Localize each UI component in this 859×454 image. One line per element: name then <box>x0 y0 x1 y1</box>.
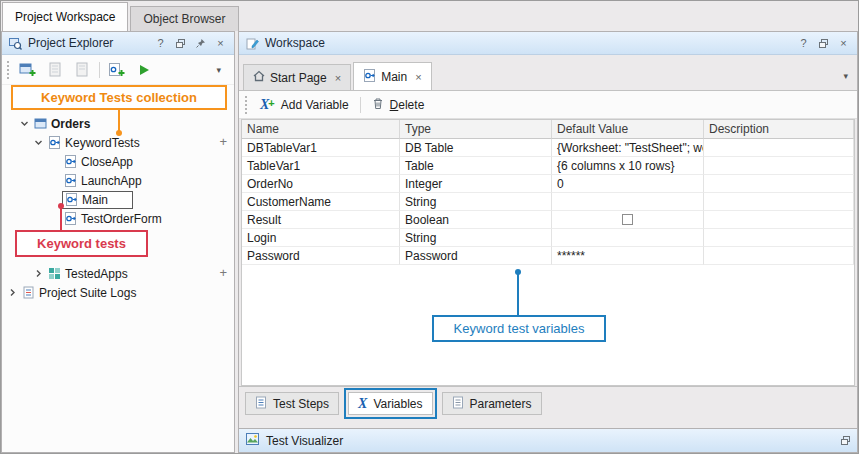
cell-description[interactable] <box>704 175 854 193</box>
tab-main[interactable]: Main × <box>353 62 431 90</box>
cell-name[interactable]: CustomerName <box>242 193 400 211</box>
add-new-item-icon[interactable] <box>18 60 38 80</box>
cell-default-value[interactable] <box>552 193 704 211</box>
table-row[interactable]: Password Password ****** <box>242 247 854 265</box>
callout-variables-tab-highlight: X Variables <box>344 388 436 419</box>
cell-name[interactable]: TableVar1 <box>242 157 400 175</box>
toolbar-overflow-dropdown[interactable]: ▾ <box>216 65 221 75</box>
chevron-right-icon[interactable] <box>4 288 20 297</box>
add-child-button[interactable]: + <box>219 135 227 149</box>
toolbar-separator <box>360 97 361 113</box>
tree-node-closeapp[interactable]: CloseApp <box>2 152 234 171</box>
cell-default-value[interactable] <box>552 211 704 229</box>
tab-object-browser[interactable]: Object Browser <box>130 6 238 31</box>
tab-label: Parameters <box>470 397 532 411</box>
tab-list-dropdown-icon[interactable]: ▾ <box>843 71 848 81</box>
table-row[interactable]: OrderNo Integer 0 <box>242 175 854 193</box>
callout-keyword-test-variables: Keyword test variables <box>432 315 606 342</box>
cell-type[interactable]: Boolean <box>400 211 552 229</box>
boolean-checkbox[interactable] <box>622 214 633 225</box>
tab-test-steps[interactable]: Test Steps <box>245 392 339 415</box>
cell-default-value[interactable]: ****** <box>552 247 704 265</box>
cell-default-value[interactable] <box>552 229 704 247</box>
open-item-icon[interactable] <box>45 60 65 80</box>
variables-grid: Name Type Default Value Description DBTa… <box>241 119 855 386</box>
table-row[interactable]: Result Boolean <box>242 211 854 229</box>
table-row[interactable]: TableVar1 Table {6 columns x 10 rows} <box>242 157 854 175</box>
table-row[interactable]: DBTableVar1 DB Table {Worksheet: "TestSh… <box>242 139 854 157</box>
pin-icon[interactable] <box>193 36 208 51</box>
cell-description[interactable] <box>704 229 854 247</box>
tab-parameters[interactable]: Parameters <box>442 392 542 415</box>
table-row[interactable]: Login String <box>242 229 854 247</box>
callout-red-connector <box>60 207 62 230</box>
table-row[interactable]: CustomerName String <box>242 193 854 211</box>
callout-keyword-tests-collection: Keyword Tests collection <box>11 85 227 110</box>
column-header-default-value[interactable]: Default Value <box>552 120 704 139</box>
cell-name[interactable]: Result <box>242 211 400 229</box>
chevron-down-icon[interactable] <box>16 119 32 128</box>
toolbar-grip[interactable] <box>245 96 249 114</box>
cell-description[interactable] <box>704 139 854 157</box>
delete-button[interactable]: Delete <box>365 94 432 116</box>
tree-node-main[interactable]: Main <box>2 190 234 209</box>
close-icon[interactable]: × <box>213 36 228 51</box>
tree-node-project-suite-logs[interactable]: Project Suite Logs <box>2 283 234 302</box>
tab-project-workspace[interactable]: Project Workspace <box>2 2 128 31</box>
save-item-icon[interactable] <box>72 60 92 80</box>
dock-icon[interactable] <box>841 434 850 448</box>
column-header-description[interactable]: Description <box>704 120 854 139</box>
test-steps-icon <box>255 396 267 412</box>
column-header-type[interactable]: Type <box>400 120 552 139</box>
cell-type[interactable]: Password <box>400 247 552 265</box>
cell-description[interactable] <box>704 193 854 211</box>
add-child-button[interactable]: + <box>219 266 227 280</box>
tree-node-testedapps[interactable]: TestedApps + <box>2 264 234 283</box>
cell-default-value[interactable]: {6 columns x 10 rows} <box>552 157 704 175</box>
cell-description[interactable] <box>704 247 854 265</box>
float-window-icon[interactable] <box>816 36 831 51</box>
column-header-name[interactable]: Name <box>242 120 400 139</box>
cell-name[interactable]: DBTableVar1 <box>242 139 400 157</box>
close-icon[interactable]: × <box>335 72 341 84</box>
chevron-down-icon[interactable] <box>30 138 46 147</box>
main-tab-bar: Project Workspace Object Browser <box>1 1 858 31</box>
cell-type[interactable]: Table <box>400 157 552 175</box>
cell-default-value[interactable]: 0 <box>552 175 704 193</box>
callout-orange-dot <box>116 130 122 136</box>
toolbar-separator <box>99 62 100 78</box>
tab-start-page[interactable]: Start Page × <box>243 64 351 90</box>
close-icon[interactable]: × <box>836 36 851 51</box>
cell-type[interactable]: Integer <box>400 175 552 193</box>
toolbar-grip[interactable] <box>7 61 11 79</box>
cell-description[interactable] <box>704 211 854 229</box>
cell-name[interactable]: Login <box>242 229 400 247</box>
chevron-right-icon[interactable] <box>30 269 46 278</box>
selected-tree-item[interactable]: Main <box>62 191 133 209</box>
tab-variables[interactable]: X Variables <box>348 392 432 415</box>
cell-type[interactable]: String <box>400 229 552 247</box>
help-icon[interactable]: ? <box>153 36 168 51</box>
run-test-icon[interactable] <box>134 60 154 80</box>
panel-gap <box>239 420 857 428</box>
cell-name[interactable]: Password <box>242 247 400 265</box>
add-keyword-test-icon[interactable] <box>107 60 127 80</box>
tree-node-launchapp[interactable]: LaunchApp <box>2 171 234 190</box>
cell-type[interactable]: String <box>400 193 552 211</box>
tree-label: LaunchApp <box>81 174 142 188</box>
project-tree: Orders KeywordTests + CloseApp LaunchApp <box>2 114 234 302</box>
cell-description[interactable] <box>704 157 854 175</box>
cell-default-value[interactable]: {Worksheet: "TestSheet"; work <box>552 139 704 157</box>
keyword-test-icon <box>363 69 376 85</box>
close-icon[interactable]: × <box>415 71 421 83</box>
help-icon[interactable]: ? <box>796 36 811 51</box>
tree-label: TestedApps <box>65 267 128 281</box>
float-window-icon[interactable] <box>173 36 188 51</box>
add-variable-button[interactable]: X+ Add Variable <box>253 95 356 115</box>
test-visualizer-bar[interactable]: Test Visualizer <box>239 428 857 452</box>
cell-type[interactable]: DB Table <box>400 139 552 157</box>
tab-label: Variables <box>373 397 422 411</box>
tree-node-testorderform[interactable]: TestOrderForm <box>2 209 234 228</box>
cell-name[interactable]: OrderNo <box>242 175 400 193</box>
add-variable-icon: X+ <box>260 98 275 112</box>
